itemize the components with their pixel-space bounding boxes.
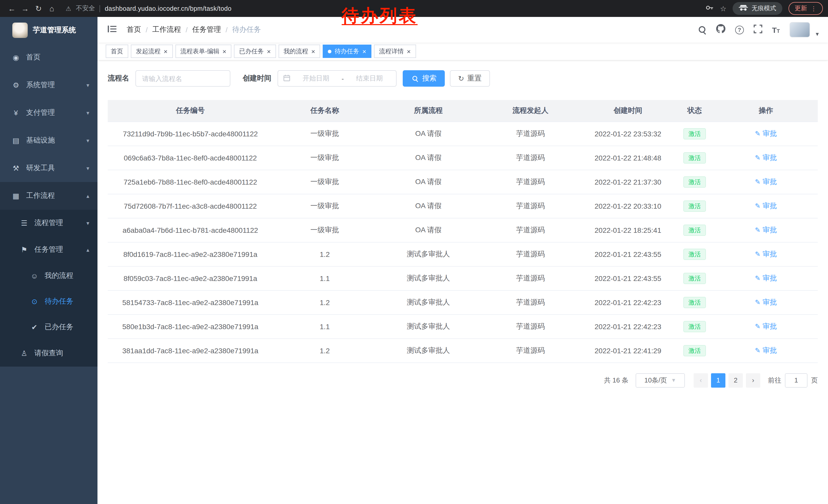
browser-menu-icon[interactable]: ⋮	[811, 5, 817, 12]
sidebar-item-payment[interactable]: ¥支付管理▾	[0, 99, 97, 127]
incognito-label: 无痕模式	[752, 4, 776, 13]
approve-label: 审批	[762, 346, 777, 355]
sidebar-item-my-process[interactable]: ☺我的流程	[0, 263, 97, 289]
tools-icon: ⚒	[11, 164, 20, 172]
cell-initiator: 芋道源码	[480, 194, 581, 218]
cell-create-time: 2022-01-22 23:53:32	[581, 122, 675, 146]
approve-button[interactable]: ✎审批	[755, 129, 777, 138]
goto-page-input[interactable]	[785, 373, 808, 387]
sidebar-item-leave-query[interactable]: ♙请假查询	[0, 340, 97, 367]
sidebar-item-todo-tasks[interactable]: ⊙待办任务	[0, 289, 97, 314]
tab-my-process[interactable]: 我的流程×	[279, 45, 320, 58]
address-bar[interactable]: ⚠ 不安全 dashboard.yudao.iocoder.cn/bpm/tas…	[66, 4, 232, 13]
browser-update-button[interactable]: 更新 ⋮	[788, 2, 823, 15]
home-icon[interactable]: ⌂	[45, 4, 58, 13]
cell-status: 激活	[675, 170, 714, 194]
tab-process-detail[interactable]: 流程详情×	[374, 45, 416, 58]
sidebar-item-task-mgmt[interactable]: ⚑任务管理▴	[0, 236, 97, 263]
tab-form-edit[interactable]: 流程表单-编辑×	[175, 45, 232, 58]
breadcrumb-item[interactable]: 工作流程	[152, 25, 181, 34]
cell-action: ✎审批	[714, 290, 818, 314]
approve-button[interactable]: ✎审批	[755, 346, 777, 355]
tab-done-tasks[interactable]: 已办任务×	[234, 45, 276, 58]
breadcrumb-item[interactable]: 首页	[127, 25, 141, 34]
sidebar-item-home[interactable]: ◉首页	[0, 44, 97, 71]
breadcrumb: 首页/工作流程/任务管理/待办任务	[127, 25, 261, 34]
tab-home[interactable]: 首页	[106, 45, 128, 58]
cell-task-name: 一级审批	[273, 218, 377, 242]
table-row: 381aa1dd-7ac8-11ec-a9e2-a2380e71991a1.2测…	[108, 338, 818, 363]
bookmark-star-icon[interactable]: ☆	[720, 4, 727, 12]
close-icon[interactable]: ×	[312, 48, 315, 55]
approve-button[interactable]: ✎审批	[755, 274, 777, 283]
cell-status: 激活	[675, 122, 714, 146]
breadcrumb-item[interactable]: 任务管理	[192, 25, 221, 34]
sidebar-item-process-mgmt[interactable]: ☰流程管理▾	[0, 210, 97, 236]
active-tab-dot	[328, 49, 332, 53]
reset-button[interactable]: ↻ 重置	[450, 70, 490, 87]
cell-task-name: 1.2	[273, 290, 377, 314]
next-page-button[interactable]: ›	[746, 373, 760, 387]
sidebar-toggle[interactable]	[106, 25, 119, 35]
approve-label: 审批	[762, 153, 777, 162]
date-separator: -	[342, 75, 344, 82]
table-header-row: 任务编号任务名称所属流程流程发起人创建时间状态操作	[108, 100, 818, 122]
text-size-icon[interactable]: TT	[772, 26, 780, 34]
sidebar-item-label: 支付管理	[26, 108, 55, 118]
date-range-picker[interactable]: 开始日期 - 结束日期	[278, 70, 397, 87]
cell-action: ✎审批	[714, 122, 818, 146]
avatar[interactable]	[790, 22, 810, 37]
close-icon[interactable]: ×	[164, 48, 167, 55]
cell-task-id: 069c6a63-7b8a-11ec-8ef0-acde48001122	[108, 146, 273, 170]
status-badge: 激活	[683, 152, 706, 163]
back-icon[interactable]: ←	[5, 4, 18, 13]
tab-todo-tasks[interactable]: 待办任务×	[323, 45, 371, 58]
process-name-input[interactable]	[135, 70, 230, 87]
status-badge: 激活	[683, 248, 706, 260]
approve-button[interactable]: ✎审批	[755, 322, 777, 331]
status-badge: 激活	[683, 200, 706, 212]
page-buttons: 12	[709, 373, 744, 387]
filter-bar: 流程名 创建时间 开始日期 - 结束日期 搜索	[108, 70, 818, 87]
calendar-icon	[283, 74, 290, 83]
prev-page-button[interactable]: ‹	[694, 373, 708, 387]
close-icon[interactable]: ×	[363, 48, 366, 55]
page-size-select[interactable]: 10条/页 ▼	[636, 373, 685, 387]
help-icon[interactable]: ?	[735, 26, 744, 34]
sidebar-item-label: 研发工具	[26, 164, 55, 173]
search-button[interactable]: 搜索	[403, 70, 445, 87]
page-button-1[interactable]: 1	[711, 373, 726, 387]
cell-create-time: 2022-01-22 20:33:10	[581, 194, 675, 218]
tab-label: 发起流程	[136, 47, 161, 56]
reload-icon[interactable]: ↻	[32, 4, 45, 13]
github-icon[interactable]	[716, 24, 726, 35]
key-icon[interactable]	[706, 3, 714, 13]
close-icon[interactable]: ×	[267, 48, 271, 55]
approve-button[interactable]: ✎审批	[755, 201, 777, 211]
approve-button[interactable]: ✎审批	[755, 249, 777, 259]
tab-start-process[interactable]: 发起流程×	[131, 45, 173, 58]
column-header: 所属流程	[377, 100, 480, 122]
approve-label: 审批	[762, 201, 777, 211]
warning-icon: ⚠	[66, 5, 71, 12]
sidebar-item-label: 流程管理	[34, 218, 63, 228]
cell-process: OA 请假	[377, 122, 480, 146]
fullscreen-icon[interactable]	[754, 25, 762, 35]
sidebar-item-done-tasks[interactable]: ✔已办任务	[0, 314, 97, 340]
chevron-down-icon: ▾	[86, 165, 89, 172]
close-icon[interactable]: ×	[222, 48, 226, 55]
cell-status: 激活	[675, 290, 714, 314]
approve-button[interactable]: ✎审批	[755, 225, 777, 235]
sidebar-item-system[interactable]: ⚙系统管理▾	[0, 71, 97, 99]
page-button-2[interactable]: 2	[729, 373, 743, 387]
sidebar-item-workflow[interactable]: ▦工作流程▴	[0, 182, 97, 210]
cell-status: 激活	[675, 146, 714, 170]
approve-button[interactable]: ✎审批	[755, 177, 777, 186]
sidebar-item-dev-tools[interactable]: ⚒研发工具▾	[0, 154, 97, 182]
approve-button[interactable]: ✎审批	[755, 297, 777, 307]
approve-button[interactable]: ✎审批	[755, 153, 777, 162]
close-icon[interactable]: ×	[407, 48, 411, 55]
forward-icon[interactable]: →	[18, 4, 32, 13]
sidebar-item-infrastructure[interactable]: ▤基础设施▾	[0, 127, 97, 154]
search-icon[interactable]	[698, 26, 706, 34]
